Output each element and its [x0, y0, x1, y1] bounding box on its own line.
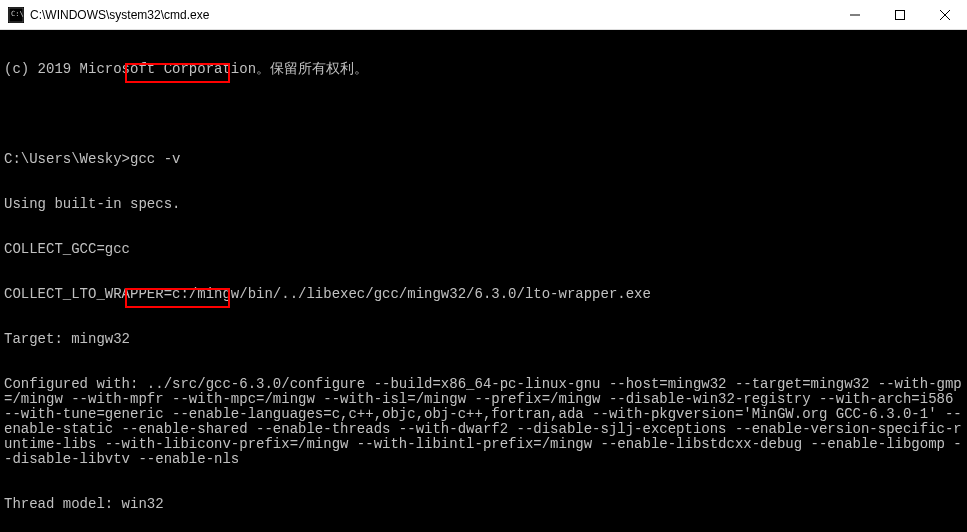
output-line: COLLECT_GCC=gcc — [4, 242, 963, 257]
output-line: Target: mingw32 — [4, 332, 963, 347]
svg-rect-4 — [895, 10, 904, 19]
output-line: Configured with: ../src/gcc-6.3.0/config… — [4, 377, 963, 467]
command: gcc -v — [130, 151, 180, 167]
output-line: Using built-in specs. — [4, 197, 963, 212]
blank-line — [4, 107, 963, 122]
output-line: Thread model: win32 — [4, 497, 963, 512]
window-title: C:\WINDOWS\system32\cmd.exe — [30, 8, 832, 22]
svg-text:C:\: C:\ — [11, 10, 24, 18]
window-controls — [832, 0, 967, 29]
terminal-area[interactable]: (c) 2019 Microsoft Corporation。保留所有权利。 C… — [0, 30, 967, 532]
cmd-icon: C:\ — [8, 7, 24, 23]
maximize-button[interactable] — [877, 0, 922, 29]
prompt-line: C:\Users\Wesky>gcc -v — [4, 152, 963, 167]
titlebar[interactable]: C:\ C:\WINDOWS\system32\cmd.exe — [0, 0, 967, 30]
close-button[interactable] — [922, 0, 967, 29]
prompt: C:\Users\Wesky> — [4, 151, 130, 167]
copyright-line: (c) 2019 Microsoft Corporation。保留所有权利。 — [4, 62, 963, 77]
minimize-button[interactable] — [832, 0, 877, 29]
output-line: COLLECT_LTO_WRAPPER=c:/mingw/bin/../libe… — [4, 287, 963, 302]
